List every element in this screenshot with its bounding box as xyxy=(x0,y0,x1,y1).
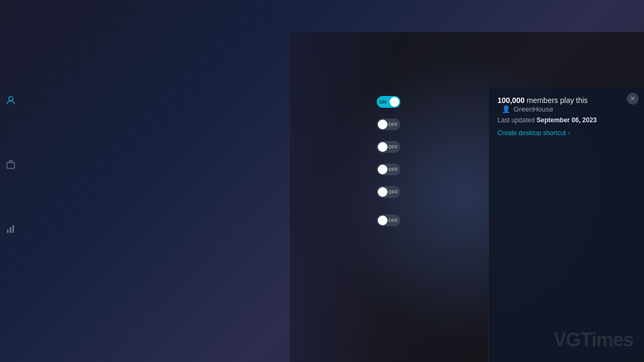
infinite-force-toggle[interactable]: OFF xyxy=(377,119,400,130)
svg-rect-9 xyxy=(12,225,14,233)
infinite-block-toggle[interactable]: OFF xyxy=(377,141,400,153)
last-updated-date: September 06, 2023 xyxy=(537,116,597,124)
toggle-knob xyxy=(378,142,387,152)
health-pots-toggle[interactable]: OFF xyxy=(377,215,400,226)
svg-rect-6 xyxy=(7,162,14,168)
infinite-health-toggle[interactable]: ON xyxy=(377,96,400,108)
toggle-knob xyxy=(378,187,387,197)
members-count: 100,000 members play this 👤 GreenHouse xyxy=(497,96,635,113)
svg-rect-8 xyxy=(10,227,11,233)
info-close-btn[interactable]: ✕ xyxy=(627,93,639,105)
arrow-right-icon: › xyxy=(568,129,570,137)
creator-icon: 👤 xyxy=(502,105,510,113)
toggle-switch[interactable] xyxy=(377,141,400,153)
svg-point-5 xyxy=(9,97,13,101)
sidebar-item-stats[interactable] xyxy=(2,220,19,238)
toggle-knob xyxy=(390,97,399,107)
toggle-knob xyxy=(378,165,387,174)
desktop-shortcut-link[interactable]: Create desktop shortcut › xyxy=(497,129,635,137)
toggle-switch[interactable] xyxy=(377,186,400,198)
last-updated: Last updated September 06, 2023 xyxy=(497,116,635,124)
sidebar-item-player[interactable] xyxy=(2,92,19,109)
toggle-switch[interactable] xyxy=(377,96,400,108)
toggle-switch[interactable] xyxy=(377,164,400,175)
invisibility-toggle[interactable]: OFF xyxy=(377,186,400,198)
info-panel: ✕ 100,000 members play this 👤 GreenHouse… xyxy=(488,87,644,362)
toggle-switch[interactable] xyxy=(377,215,400,226)
sidebar-item-inventory[interactable] xyxy=(2,156,19,173)
creator-name: GreenHouse xyxy=(514,105,553,113)
infinite-super-toggle[interactable]: OFF xyxy=(377,164,400,175)
toggle-knob xyxy=(378,216,387,225)
toggle-knob xyxy=(378,120,387,129)
svg-rect-7 xyxy=(7,230,9,233)
toggle-switch[interactable] xyxy=(377,119,400,130)
